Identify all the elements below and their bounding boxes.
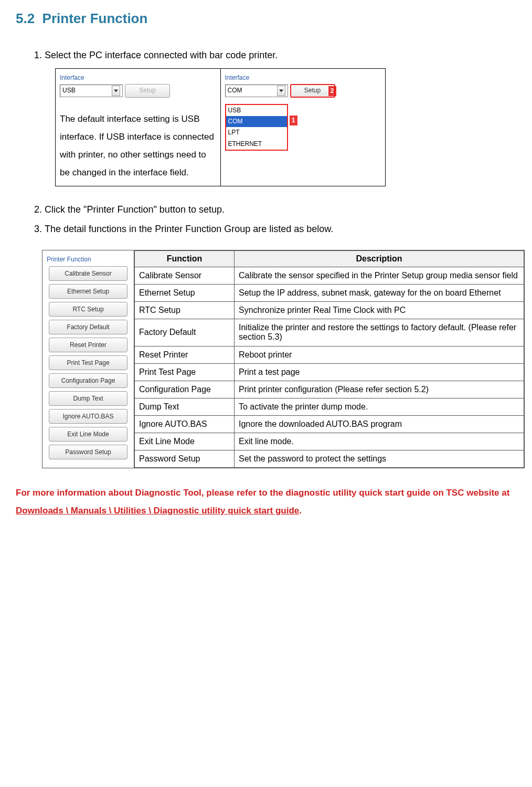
ignore-autobas-button[interactable]: Ignore AUTO.BAS: [49, 409, 127, 424]
step-3: The detail functions in the Printer Func…: [45, 222, 516, 237]
password-setup-button[interactable]: Password Setup: [49, 445, 127, 459]
function-name-cell: Calibrate Sensor: [135, 267, 235, 284]
callout-1: 1: [290, 116, 297, 125]
function-desc-cell: Calibrate the sensor specified in the Pr…: [235, 267, 524, 284]
interface-label: Interface: [225, 73, 381, 83]
interface-option-com[interactable]: COM: [226, 116, 287, 127]
printer-function-panel: Printer Function Calibrate Sensor Ethern…: [42, 250, 134, 468]
step-2: Click the "Printer Function" button to s…: [45, 202, 516, 217]
exit-line-mode-button[interactable]: Exit Line Mode: [49, 427, 127, 442]
table-row: Print Test PagePrint a test page: [135, 363, 524, 381]
interface-combo-value: USB: [62, 86, 76, 96]
printer-function-wrap: Printer Function Calibrate Sensor Ethern…: [42, 250, 525, 468]
setup-button-disabled: Setup: [125, 84, 170, 98]
section-title-text: Printer Function: [42, 11, 148, 26]
table-row: Reset PrinterReboot printer: [135, 346, 524, 363]
function-name-cell: Factory Default: [135, 319, 235, 346]
function-desc-cell: Ignore the downloaded AUTO.BAS program: [235, 415, 524, 433]
interface-label: Interface: [60, 73, 216, 83]
function-desc-cell: Exit line mode.: [235, 433, 524, 450]
table-row: Dump TextTo activate the printer dump mo…: [135, 398, 524, 415]
interface-option-ethernet[interactable]: ETHERNET: [226, 139, 287, 150]
chevron-down-icon[interactable]: [112, 86, 120, 96]
function-name-cell: Dump Text: [135, 398, 235, 415]
function-desc-cell: Print a test page: [235, 363, 524, 381]
interface-combo-com[interactable]: COM: [225, 85, 288, 97]
table-row: Ignore AUTO.BASIgnore the downloaded AUT…: [135, 415, 524, 433]
function-name-cell: Ethernet Setup: [135, 284, 235, 301]
rtc-setup-button[interactable]: RTC Setup: [49, 302, 127, 317]
step-1: Select the PC interface connected with b…: [45, 48, 516, 186]
interface-com-panel: Interface COM Setup 2: [225, 73, 381, 151]
interface-option-lpt[interactable]: LPT: [226, 127, 287, 138]
print-test-page-button[interactable]: Print Test Page: [49, 355, 127, 370]
chevron-down-icon[interactable]: [277, 86, 285, 96]
function-desc-cell: Print printer configuration (Please refe…: [235, 381, 524, 398]
function-desc-cell: Initialize the printer and restore the s…: [235, 319, 524, 346]
section-number: 5.2: [16, 11, 35, 26]
function-name-cell: Ignore AUTO.BAS: [135, 415, 235, 433]
footer-link[interactable]: Downloads \ Manuals \ Utilities \ Diagno…: [16, 506, 299, 516]
section-heading: 5.2 Printer Function: [16, 11, 516, 27]
function-name-cell: Exit Line Mode: [135, 433, 235, 450]
table-row: Calibrate SensorCalibrate the sensor spe…: [135, 267, 524, 284]
function-name-cell: Configuration Page: [135, 381, 235, 398]
interface-usb-panel: Interface USB Setup: [60, 73, 216, 98]
configuration-page-button[interactable]: Configuration Page: [49, 373, 127, 388]
table-row: Configuration PagePrint printer configur…: [135, 381, 524, 398]
interface-combo-usb[interactable]: USB: [60, 85, 123, 97]
interface-combo-value: COM: [228, 86, 242, 96]
interface-examples-table: Interface USB Setup: [55, 68, 386, 186]
table-row: Factory DefaultInitialize the printer an…: [135, 319, 524, 346]
calibrate-sensor-button[interactable]: Calibrate Sensor: [49, 266, 127, 281]
factory-default-button[interactable]: Factory Default: [49, 320, 127, 334]
function-desc-cell: Reboot printer: [235, 346, 524, 363]
interface-usb-note: The default interface setting is USB int…: [60, 110, 216, 182]
function-desc-cell: Set the password to protect the settings: [235, 450, 524, 467]
interface-option-usb[interactable]: USB: [226, 105, 287, 116]
reset-printer-button[interactable]: Reset Printer: [49, 338, 127, 352]
table-row: Ethernet SetupSetup the IP address, subn…: [135, 284, 524, 301]
function-desc-cell: Synchronize printer Real Time Clock with…: [235, 301, 524, 319]
function-description-table: Function Description Calibrate SensorCal…: [134, 250, 524, 468]
ethernet-setup-button[interactable]: Ethernet Setup: [49, 284, 127, 299]
function-name-cell: Print Test Page: [135, 363, 235, 381]
dump-text-button[interactable]: Dump Text: [49, 391, 127, 406]
interface-option-list[interactable]: USB COM LPT ETHERNET: [225, 104, 288, 151]
function-name-cell: RTC Setup: [135, 301, 235, 319]
function-desc-cell: Setup the IP address, subnet mask, gatew…: [235, 284, 524, 301]
printer-function-label: Printer Function: [47, 256, 130, 263]
table-row: RTC SetupSynchronize printer Real Time C…: [135, 301, 524, 319]
footer-text-before: For more information about Diagnostic To…: [16, 488, 509, 498]
function-name-cell: Password Setup: [135, 450, 235, 467]
table-row: Password SetupSet the password to protec…: [135, 450, 524, 467]
footer-text-after: .: [299, 506, 302, 516]
table-header-function: Function: [135, 250, 235, 267]
table-row: Exit Line ModeExit line mode.: [135, 433, 524, 450]
footer-note: For more information about Diagnostic To…: [16, 484, 516, 520]
function-name-cell: Reset Printer: [135, 346, 235, 363]
function-desc-cell: To activate the printer dump mode.: [235, 398, 524, 415]
callout-2: 2: [328, 86, 336, 96]
table-header-description: Description: [235, 250, 524, 267]
